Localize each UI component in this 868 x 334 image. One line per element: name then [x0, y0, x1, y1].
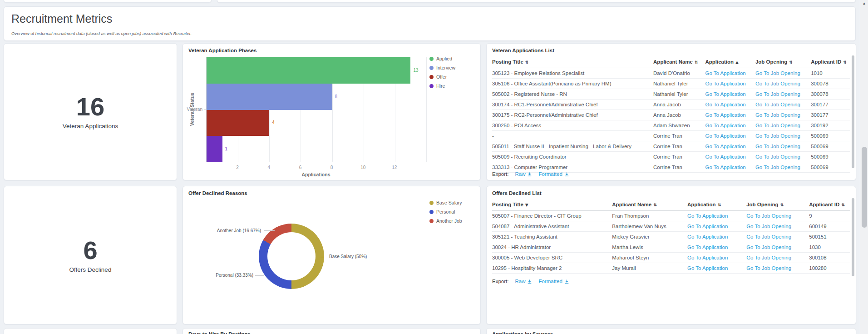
days-to-hire-by-postings-panel: Days to Hire By Postings: [182, 328, 481, 334]
go-to-job-opening-link[interactable]: Go To Job Opening: [755, 102, 800, 107]
posting-title-cell: -: [492, 131, 653, 141]
job-opening-cell: Go To Job Opening: [755, 79, 811, 89]
go-to-application-link[interactable]: Go To Application: [705, 165, 745, 170]
go-to-application-link[interactable]: Go To Application: [687, 244, 728, 250]
go-to-job-opening-link[interactable]: Go To Job Opening: [746, 265, 791, 271]
export-raw-link[interactable]: Raw: [515, 171, 532, 177]
bar-offer: [207, 110, 269, 136]
go-to-application-link[interactable]: Go To Application: [705, 133, 745, 139]
stat-label: Offers Declined: [69, 266, 112, 273]
page-scrollbar-thumb[interactable]: [862, 147, 867, 228]
stat-value: 16: [76, 94, 104, 120]
pie-leader-line: [321, 257, 328, 257]
posting-title-cell: 505007 - Finance Director - CIT Group: [492, 211, 612, 221]
application-cell: Go To Application: [705, 162, 755, 173]
legend-dot: [429, 210, 434, 214]
scroll-up-arrow[interactable]: ▲: [860, 1, 868, 5]
go-to-application-link[interactable]: Go To Application: [705, 91, 745, 97]
table-row: 300250 - POI AccessAdam ShwazenGo To App…: [492, 120, 850, 131]
go-to-job-opening-link[interactable]: Go To Job Opening: [746, 255, 791, 260]
column-header-application[interactable]: Application⇅: [687, 199, 746, 211]
bar-value-label: 1: [225, 146, 228, 152]
applicant-name-cell: Corrine Tran: [653, 152, 705, 162]
table-scrollbar-thumb[interactable]: [852, 55, 854, 168]
legend-item-interview[interactable]: Interview: [429, 65, 455, 70]
legend-item-base-salary[interactable]: Base Salary: [429, 200, 462, 205]
job-opening-cell: Go To Job Opening: [755, 68, 811, 79]
go-to-job-opening-link[interactable]: Go To Job Opening: [755, 165, 800, 170]
go-to-job-opening-link[interactable]: Go To Job Opening: [755, 133, 800, 139]
legend-dot: [429, 66, 434, 70]
x-axis-tick-label: 4: [268, 165, 271, 170]
sort-icon: ⇅: [525, 60, 529, 65]
posting-title-cell: 300175 - RC2-Personnel/Administrative Ch…: [492, 110, 653, 120]
table-header-row: Posting Title▼Applicant Name⇅Application…: [492, 199, 850, 211]
go-to-job-opening-link[interactable]: Go To Job Opening: [746, 244, 791, 250]
legend-label: Another Job: [436, 218, 462, 224]
export-raw-link[interactable]: Raw: [515, 279, 532, 284]
column-header-job-opening[interactable]: Job Opening⇅: [746, 199, 809, 211]
go-to-job-opening-link[interactable]: Go To Job Opening: [755, 81, 800, 86]
go-to-job-opening-link[interactable]: Go To Job Opening: [755, 91, 800, 97]
offers-declined-table: Posting Title▼Applicant Name⇅Application…: [492, 199, 850, 274]
go-to-application-link[interactable]: Go To Application: [687, 224, 728, 229]
go-to-application-link[interactable]: Go To Application: [705, 70, 745, 76]
column-header-job-opening[interactable]: Job Opening⇅: [755, 56, 811, 68]
download-icon: [564, 279, 569, 284]
export-row: Export: Raw Formatted: [492, 279, 569, 284]
legend-item-personal[interactable]: Personal: [429, 209, 462, 214]
bar-interview: [207, 84, 332, 110]
go-to-application-link[interactable]: Go To Application: [705, 123, 745, 128]
application-cell: Go To Application: [687, 221, 746, 232]
go-to-application-link[interactable]: Go To Application: [687, 234, 728, 239]
go-to-job-opening-link[interactable]: Go To Job Opening: [755, 112, 800, 118]
go-to-application-link[interactable]: Go To Application: [705, 102, 745, 107]
applicant-name-cell: Jay Murali: [612, 263, 687, 274]
application-cell: Go To Application: [705, 100, 755, 110]
go-to-job-opening-link[interactable]: Go To Job Opening: [755, 70, 800, 76]
go-to-application-link[interactable]: Go To Application: [705, 154, 745, 160]
sort-icon: ⇅: [718, 203, 721, 207]
legend-item-offer[interactable]: Offer: [429, 74, 455, 80]
legend-item-hire[interactable]: Hire: [429, 83, 455, 89]
go-to-application-link[interactable]: Go To Application: [687, 255, 728, 260]
applicant-id-cell: 1010: [811, 68, 850, 79]
column-label: Applicant ID: [811, 59, 841, 65]
offers-declined-stat-card: 6 Offers Declined: [4, 186, 177, 324]
go-to-job-opening-link[interactable]: Go To Job Opening: [746, 234, 791, 239]
page-scrollbar[interactable]: ▲: [860, 0, 868, 334]
go-to-job-opening-link[interactable]: Go To Job Opening: [755, 144, 800, 149]
go-to-application-link[interactable]: Go To Application: [705, 81, 745, 86]
go-to-application-link[interactable]: Go To Application: [687, 265, 728, 271]
export-formatted-link[interactable]: Formatted: [538, 279, 569, 284]
legend-item-another-job[interactable]: Another Job: [429, 218, 462, 224]
go-to-application-link[interactable]: Go To Application: [705, 144, 745, 149]
applicant-id-cell: 500069: [811, 162, 850, 173]
header-card: Recruitment Metrics Overview of historic…: [4, 6, 856, 41]
export-formatted-link[interactable]: Formatted: [538, 171, 569, 177]
legend-label: Base Salary: [436, 200, 462, 205]
applicant-id-cell: 9: [809, 211, 850, 221]
column-header-application[interactable]: Application▲: [705, 56, 755, 68]
column-header-applicant-id[interactable]: Applicant ID⇅: [809, 199, 850, 211]
applicant-name-cell: Anna Jacob: [653, 100, 705, 110]
go-to-job-opening-link[interactable]: Go To Job Opening: [755, 154, 800, 160]
column-header-posting-title[interactable]: Posting Title▼: [492, 199, 612, 211]
go-to-job-opening-link[interactable]: Go To Job Opening: [746, 213, 791, 219]
go-to-application-link[interactable]: Go To Application: [687, 213, 728, 219]
applicant-name-cell: Corrine Tran: [653, 162, 705, 173]
applicant-id-cell: 100280: [809, 263, 850, 274]
go-to-application-link[interactable]: Go To Application: [705, 112, 745, 118]
column-header-applicant-id[interactable]: Applicant ID⇅: [811, 56, 850, 68]
applicant-id-cell: 300177: [811, 110, 850, 120]
legend-item-applied[interactable]: Applied: [429, 56, 455, 61]
go-to-job-opening-link[interactable]: Go To Job Opening: [755, 123, 800, 128]
posting-title-cell: 505002 - Registered Nurse - RN: [492, 89, 653, 100]
partial-card-top-right: [217, 0, 856, 3]
posting-title-cell: 300174 - RC1-Personnel/Administrative Ch…: [492, 100, 653, 110]
table-scrollbar-thumb[interactable]: [852, 198, 854, 276]
column-header-posting-title[interactable]: Posting Title⇅: [492, 56, 653, 68]
column-header-applicant-name[interactable]: Applicant Name⇅: [653, 56, 705, 68]
column-header-applicant-name[interactable]: Applicant Name⇅: [612, 199, 687, 211]
go-to-job-opening-link[interactable]: Go To Job Opening: [746, 224, 791, 229]
